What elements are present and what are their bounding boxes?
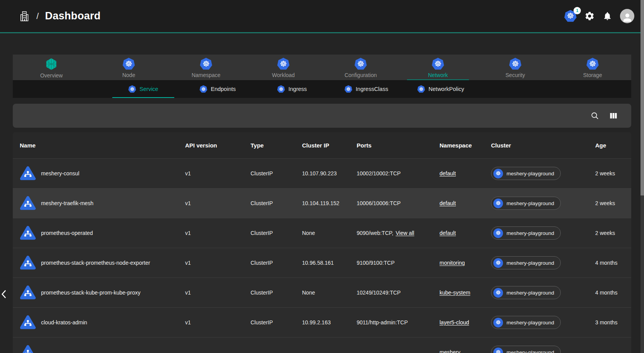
cell-cluster-ip: 10.107.90.223 — [302, 170, 357, 176]
cell-age: 2 weeks — [595, 170, 627, 176]
subtab-label: NetworkPolicy — [429, 86, 464, 92]
namespace-link[interactable]: default — [440, 170, 456, 176]
cluster-chip-label: meshery-playground — [507, 350, 554, 353]
context-count-badge: 1 — [574, 7, 581, 14]
subtab-endpoints[interactable]: ☸ Endpoints — [180, 80, 255, 98]
tab-overview[interactable]: Overview — [13, 55, 90, 80]
column-header-namespace[interactable]: Namespace — [440, 142, 491, 149]
cluster-chip[interactable]: ☸ meshery-playground — [491, 167, 561, 180]
cell-type: ClusterIP — [251, 260, 302, 266]
column-header-ports[interactable]: Ports — [357, 142, 440, 149]
cell-type: ClusterIP — [251, 319, 302, 326]
service-icon — [20, 284, 36, 301]
column-header-cluster[interactable]: Cluster — [491, 142, 595, 149]
table-row[interactable]: meshery ☸ meshery-playground — [13, 337, 631, 353]
tab-label: Workload — [272, 72, 295, 78]
kubernetes-icon: ☸ — [493, 288, 503, 298]
header-actions: ☸ 1 — [564, 9, 634, 23]
person-icon — [622, 12, 633, 23]
app-header: / Dashboard ☸ 1 — [0, 0, 644, 33]
cell-api-version: v1 — [185, 319, 251, 326]
avatar[interactable] — [620, 9, 634, 23]
cluster-chip[interactable]: ☸ meshery-playground — [491, 286, 561, 299]
cluster-chip[interactable]: ☸ meshery-playground — [491, 197, 561, 210]
tab-node[interactable]: ☸ Node — [90, 55, 168, 80]
namespace-link[interactable]: default — [440, 230, 456, 236]
table-row[interactable]: meshery-consul v1 ClusterIP 10.107.90.22… — [13, 158, 631, 188]
tab-label: Network — [428, 72, 448, 78]
network-subtabs: ☸ Service ☸ Endpoints ☸ Ingress ☸ Ingres… — [13, 80, 631, 98]
kubernetes-icon: ☸ — [199, 85, 207, 93]
table-row[interactable]: prometheus-stack-prometheus-node-exporte… — [13, 248, 631, 278]
table-row[interactable]: prometheus-operated v1 ClusterIP None 90… — [13, 218, 631, 248]
table-row[interactable]: prometheus-stack-kube-prom-kube-proxy v1… — [13, 278, 631, 307]
cell-ports: 10006/10006:TCP — [357, 200, 401, 206]
cell-age: 3 months — [595, 319, 627, 326]
tab-label: Configuration — [345, 72, 377, 78]
subtab-label: IngressClass — [356, 86, 388, 92]
subtab-ingressclass[interactable]: ☸ IngressClass — [329, 80, 404, 98]
column-header-api-version[interactable]: API version — [185, 142, 251, 149]
subtab-label: Ingress — [289, 86, 307, 92]
search-button[interactable] — [590, 111, 599, 120]
cluster-chip-label: meshery-playground — [507, 200, 554, 206]
tab-network[interactable]: ☸ Network — [399, 55, 477, 80]
cluster-chip-label: meshery-playground — [507, 260, 554, 266]
resource-category-tabs: Overview ☸ Node ☸ Namespace ☸ Workload ☸… — [13, 55, 631, 80]
tab-namespace[interactable]: ☸ Namespace — [167, 55, 245, 80]
subtab-networkpolicy[interactable]: ☸ NetworkPolicy — [404, 80, 478, 98]
service-name: prometheus-stack-prometheus-node-exporte… — [41, 260, 150, 266]
column-header-age[interactable]: Age — [595, 142, 627, 149]
kubernetes-icon: ☸ — [122, 58, 135, 70]
cluster-chip[interactable]: ☸ meshery-playground — [491, 316, 561, 329]
kubernetes-icon: ☸ — [277, 85, 285, 93]
subtab-service[interactable]: ☸ Service — [106, 80, 180, 98]
tab-storage[interactable]: ☸ Storage — [554, 55, 631, 80]
subtab-ingress[interactable]: ☸ Ingress — [255, 80, 329, 98]
kubernetes-icon: ☸ — [417, 85, 425, 93]
view-columns-icon — [609, 111, 618, 120]
tab-workload[interactable]: ☸ Workload — [245, 55, 322, 80]
gear-icon — [584, 11, 595, 21]
column-header-type[interactable]: Type — [251, 142, 302, 149]
namespace-link[interactable]: monitoring — [440, 260, 465, 266]
table-toolbar — [13, 104, 631, 128]
cell-age: 2 weeks — [595, 200, 627, 206]
cell-api-version: v1 — [185, 170, 251, 176]
drawer-collapse-button[interactable] — [0, 288, 8, 300]
meshery-dashboard: / Dashboard ☸ 1 — [0, 0, 644, 353]
cell-cluster-ip: None — [302, 230, 357, 236]
service-name: cloud-kratos-admin — [41, 319, 87, 326]
scrollbar[interactable] — [641, 0, 644, 353]
table-row[interactable]: meshery-traefik-mesh v1 ClusterIP 10.104… — [13, 188, 631, 218]
notifications-button[interactable] — [603, 11, 612, 21]
cluster-chip[interactable]: ☸ meshery-playground — [491, 226, 561, 240]
column-header-name[interactable]: Name — [20, 142, 185, 149]
cell-cluster-ip: 10.104.119.152 — [302, 200, 357, 206]
settings-button[interactable] — [584, 11, 595, 21]
service-icon — [20, 255, 36, 271]
service-icon — [20, 165, 36, 182]
namespace-link[interactable]: layer5-cloud — [440, 319, 469, 326]
cluster-chip[interactable]: ☸ meshery-playground — [491, 256, 561, 269]
view-columns-button[interactable] — [609, 111, 618, 120]
tab-configuration[interactable]: ☸ Configuration — [322, 55, 400, 80]
namespace-link[interactable]: kube-system — [440, 290, 470, 296]
service-name: meshery-traefik-mesh — [41, 200, 93, 206]
organization-icon[interactable] — [19, 10, 30, 22]
namespace-link[interactable]: default — [440, 200, 456, 206]
column-header-cluster-ip[interactable]: Cluster IP — [302, 142, 357, 149]
namespace-link[interactable]: meshery — [440, 349, 460, 353]
service-icon — [20, 195, 36, 211]
table-row[interactable]: cloud-kratos-admin v1 ClusterIP 10.99.2.… — [13, 307, 631, 337]
cluster-chip[interactable]: ☸ meshery-playground — [491, 346, 561, 353]
view-all-link[interactable]: View all — [396, 230, 414, 236]
kubernetes-icon: ☸ — [509, 58, 522, 70]
tab-security[interactable]: ☸ Security — [477, 55, 554, 80]
scrollbar-thumb[interactable] — [641, 0, 644, 195]
cell-type: ClusterIP — [251, 200, 302, 206]
service-name: prometheus-stack-kube-prom-kube-proxy — [41, 290, 141, 296]
cluster-context-button[interactable]: ☸ 1 — [564, 10, 577, 22]
subtab-label: Service — [139, 86, 158, 92]
kubernetes-icon: ☸ — [493, 169, 503, 178]
